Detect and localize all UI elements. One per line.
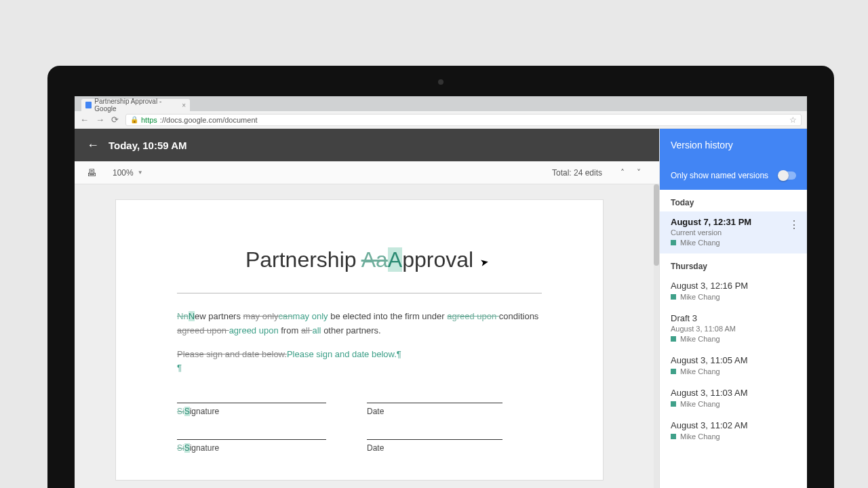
next-edit-chevron-icon[interactable]: ˅ (631, 168, 647, 178)
screen: Partnership Approval - Google × ← → ⟳ 🔒 … (75, 96, 807, 488)
title-strike: Aa (361, 247, 388, 272)
date-label: Date (367, 407, 384, 416)
bookmark-star-icon[interactable]: ☆ (789, 115, 797, 125)
signature-label: SiSignature (177, 407, 219, 416)
scrollbar-track[interactable] (654, 184, 659, 488)
forward-icon[interactable]: → (96, 115, 104, 125)
caret-down-icon: ▼ (138, 169, 143, 176)
version-item[interactable]: Draft 3 August 3, 11:08 AM Mike Chang (660, 308, 807, 350)
editor-color-swatch (671, 336, 676, 342)
paragraph-1: NnNew partners may onlycanmay only be el… (177, 310, 542, 338)
editor-color-swatch (671, 240, 676, 245)
scrollbar-thumb[interactable] (654, 184, 659, 266)
editor-color-swatch (671, 369, 676, 374)
back-icon[interactable]: ← (80, 115, 89, 125)
version-item-current[interactable]: August 7, 12:31 PM Current version Mike … (660, 211, 807, 253)
date-cell: Date (367, 439, 502, 453)
signature-line (177, 403, 326, 403)
version-time: August 7, 12:31 PM (671, 217, 796, 227)
version-editor: Mike Chang (671, 239, 796, 247)
signature-grid: SiSignature Date SiSignature (177, 403, 542, 453)
version-editor: Mike Chang (671, 293, 796, 301)
version-editor: Mike Chang (671, 367, 796, 375)
version-time: August 3, 12:16 PM (671, 281, 796, 291)
signature-cell: SiSignature (177, 439, 326, 453)
editor-color-swatch (671, 294, 676, 300)
toggle-knob (778, 170, 789, 181)
address-bar[interactable]: 🔒 https ://docs.google.com/document ☆ (125, 114, 802, 126)
app-container: ← Today, 10:59 AM 🖶 100% ▼ Total: 24 edi… (75, 129, 807, 488)
docs-favicon-icon (85, 102, 92, 108)
version-editor: Mike Chang (671, 400, 796, 408)
title-insert: A (388, 247, 402, 272)
version-subtitle: August 3, 11:08 AM (671, 325, 796, 333)
version-time: August 3, 11:02 AM (671, 420, 796, 430)
signature-line (177, 439, 326, 440)
edit-count-label: Total: 24 edits (552, 168, 602, 178)
title-divider (177, 293, 542, 293)
laptop-frame: Partnership Approval - Google × ← → ⟳ 🔒 … (47, 66, 834, 488)
document-canvas: Partnership AaApproval NnNew partners ma… (75, 184, 659, 488)
signature-line (367, 403, 502, 403)
version-time: Draft 3 (671, 313, 796, 323)
browser-tab-strip: Partnership Approval - Google × (75, 96, 807, 111)
paragraph-2: Please sign and date below.Please sign a… (177, 348, 542, 376)
document-title: Partnership AaApproval (177, 247, 542, 272)
lock-icon: 🔒 (130, 116, 138, 123)
version-history-sidebar: Version history Only show named versions… (659, 129, 807, 488)
version-item[interactable]: August 3, 12:16 PM Mike Chang (660, 275, 807, 308)
kebab-menu-icon[interactable]: ⋮ (789, 218, 799, 231)
version-item[interactable]: August 3, 11:05 AM Mike Chang (660, 350, 807, 382)
tab-title: Partnership Approval - Google (94, 98, 179, 113)
toolbar: 🖶 100% ▼ Total: 24 edits ˄ ˅ (75, 161, 659, 184)
editor-color-swatch (671, 401, 676, 407)
signature-cell: SiSignature (177, 403, 326, 416)
filter-label: Only show named versions (671, 171, 768, 180)
named-versions-filter[interactable]: Only show named versions (660, 161, 807, 190)
sidebar-title: Version history (660, 129, 807, 161)
print-icon[interactable]: 🖶 (87, 167, 96, 178)
camera-dot (438, 79, 443, 85)
pilcrow-icon: ¶ (397, 349, 401, 359)
version-time: August 3, 11:05 AM (671, 355, 796, 365)
version-editor: Mike Chang (671, 335, 796, 343)
version-group-label: Today (660, 190, 807, 211)
document-page: Partnership AaApproval NnNew partners ma… (115, 199, 604, 481)
url-path: ://docs.google.com/document (160, 116, 258, 124)
browser-toolbar: ← → ⟳ 🔒 https ://docs.google.com/documen… (75, 111, 807, 129)
zoom-value: 100% (113, 168, 134, 178)
version-time: August 3, 11:03 AM (671, 388, 796, 398)
browser-tab[interactable]: Partnership Approval - Google × (81, 99, 190, 111)
version-header-bar: ← Today, 10:59 AM (75, 129, 659, 161)
reload-icon[interactable]: ⟳ (111, 115, 119, 125)
zoom-dropdown[interactable]: 100% ▼ (113, 168, 143, 178)
version-list: Today August 7, 12:31 PM Current version… (660, 190, 807, 488)
version-header-title: Today, 10:59 AM (108, 140, 187, 151)
toggle-switch[interactable] (778, 171, 796, 180)
signature-line (367, 439, 502, 440)
prev-edit-chevron-icon[interactable]: ˄ (614, 168, 631, 178)
version-subtitle: Current version (671, 228, 796, 237)
version-group-label: Thursday (660, 253, 807, 275)
version-item[interactable]: August 3, 11:03 AM Mike Chang (660, 382, 807, 415)
version-editor: Mike Chang (671, 432, 796, 441)
url-protocol: https (141, 116, 157, 124)
main-column: ← Today, 10:59 AM 🖶 100% ▼ Total: 24 edi… (75, 129, 659, 488)
date-label: Date (367, 443, 384, 453)
signature-label: SiSignature (177, 443, 219, 453)
back-arrow-icon[interactable]: ← (87, 138, 99, 152)
pilcrow-icon: ¶ (177, 363, 182, 373)
close-tab-icon[interactable]: × (182, 102, 186, 109)
editor-color-swatch (671, 434, 676, 439)
date-cell: Date (367, 403, 502, 416)
version-item[interactable]: August 3, 11:02 AM Mike Chang (660, 415, 807, 447)
